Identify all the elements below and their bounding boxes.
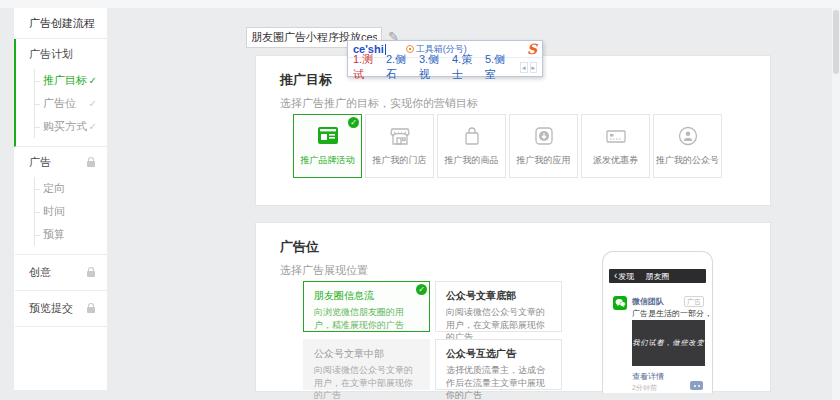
sidebar-group-ad-head[interactable]: 广告 xyxy=(16,155,107,170)
selected-check-icon: ✓ xyxy=(348,117,359,128)
goal-card-coupon[interactable]: 派发优惠券 xyxy=(581,114,650,178)
sidebar-item-targeting[interactable]: 定向 xyxy=(35,177,107,200)
storefront-icon xyxy=(388,125,412,147)
official-account-icon xyxy=(676,125,700,147)
goal-section-subtitle: 选择广告推广的目标，实现你的营销目标 xyxy=(280,96,770,111)
ime-candidate-4[interactable]: 4.策士 xyxy=(452,52,478,82)
check-icon: ✓ xyxy=(89,121,97,132)
ad-badge: 广告 xyxy=(684,296,704,307)
comment-menu-icon xyxy=(690,381,703,390)
brand-campaign-icon xyxy=(316,125,340,147)
sogou-logo-icon: S xyxy=(527,42,537,56)
ime-candidate-5[interactable]: 5.侧室 xyxy=(485,52,511,82)
lock-icon xyxy=(87,307,95,313)
placement-card-article-bottom[interactable]: 公众号文章底部 向阅读微信公众号文章的用户，在文章底部展现你的广告 xyxy=(435,281,562,332)
sidebar-item-goal[interactable]: 推广目标 ✓ xyxy=(35,69,107,92)
check-icon: ✓ xyxy=(89,75,97,86)
sidebar-item-buy-method[interactable]: 购买方式 ✓ xyxy=(35,115,107,138)
ime-popup: ce'shi 工具箱(分号) S 1.测试 2.侧石 3.侧视 4.策士 5.侧… xyxy=(347,40,543,77)
post-text: 广告是生活的一部分， xyxy=(632,308,712,319)
goal-card-product[interactable]: 推广我的商品 xyxy=(437,114,506,178)
ad-creation-page: 广告创建流程 广告计划 推广目标 ✓ 广告位 ✓ 购买方式 ✓ xyxy=(0,0,840,400)
phone-nav-bar: ‹ 发现 朋友圈 xyxy=(609,269,706,283)
sidebar-group-submit: 预览提交 xyxy=(14,291,107,327)
check-icon: ✓ xyxy=(89,98,97,109)
lock-icon xyxy=(87,271,95,277)
account-name: 微信团队 xyxy=(632,296,664,307)
ime-candidate-1[interactable]: 1.测试 xyxy=(353,52,379,82)
scrollbar-track xyxy=(832,8,840,400)
wechat-team-avatar xyxy=(613,296,627,310)
goal-panel: 推广目标 选择广告推广的目标，实现你的营销目标 ✓ 推广品牌活动 推广我的门店 xyxy=(255,55,771,206)
scrollbar-thumb[interactable] xyxy=(833,10,839,74)
ad-image: 我们试着，做些改变 xyxy=(632,320,705,366)
ad-image-caption: 我们试着，做些改变 xyxy=(633,338,705,348)
sidebar-item-schedule[interactable]: 时间 xyxy=(35,200,107,223)
candidate-next-icon[interactable]: ▸ xyxy=(530,62,538,73)
sidebar-item-budget[interactable]: 预算 xyxy=(35,223,107,246)
placement-card-moments-feed[interactable]: ✓ 朋友圈信息流 向浏览微信朋友圈的用户，精准展现你的广告 xyxy=(303,281,430,332)
wizard-sidebar: 广告创建流程 广告计划 推广目标 ✓ 广告位 ✓ 购买方式 ✓ xyxy=(14,8,107,390)
selected-check-icon: ✓ xyxy=(416,284,427,295)
placement-card-mutual-select[interactable]: 公众号互选广告 选择优质流量主，达成合作后在流量主文章中展现你的广告 xyxy=(435,339,562,390)
sidebar-item-placement[interactable]: 广告位 ✓ xyxy=(35,92,107,115)
sidebar-group-submit-head[interactable]: 预览提交 xyxy=(16,301,107,316)
toolbox-icon xyxy=(406,45,414,53)
candidate-prev-icon[interactable]: ◂ xyxy=(520,62,528,73)
shopping-bag-icon xyxy=(460,125,484,147)
top-strip xyxy=(0,0,840,8)
sidebar-group-creative-head[interactable]: 创意 xyxy=(16,265,107,280)
goal-card-app[interactable]: 推广我的应用 xyxy=(509,114,578,178)
goal-card-brand-campaign[interactable]: ✓ 推广品牌活动 xyxy=(293,114,362,178)
goal-card-official-account[interactable]: 推广我的公众号 xyxy=(653,114,722,178)
sidebar-title: 广告创建流程 xyxy=(14,8,107,39)
phone-preview: ‹ 发现 朋友圈 微信团队 广告 广告是生活的一部分， 我们试着，做些改变 查看… xyxy=(602,251,713,393)
placement-card-article-middle[interactable]: 公众号文章中部 向阅读微信公众号文章的用户，在文章中部展现你的广告 xyxy=(303,339,430,390)
ime-candidate-3[interactable]: 3.侧视 xyxy=(419,52,445,82)
detail-link: 查看详情 xyxy=(632,371,664,382)
ime-candidate-2[interactable]: 2.侧石 xyxy=(386,52,412,82)
coupon-icon xyxy=(604,125,628,147)
sidebar-group-plan: 广告计划 推广目标 ✓ 广告位 ✓ 购买方式 ✓ xyxy=(14,39,107,147)
sidebar-group-plan-head[interactable]: 广告计划 xyxy=(16,47,107,62)
app-download-icon xyxy=(532,125,556,147)
placement-panel: 广告位 选择广告展现位置 ✓ 朋友圈信息流 向浏览微信朋友圈的用户，精准展现你的… xyxy=(255,222,771,392)
sidebar-group-creative: 创意 xyxy=(14,255,107,291)
timestamp: 2分钟前 xyxy=(632,383,657,393)
sidebar-group-label: 广告计划 xyxy=(29,47,73,62)
goal-card-store[interactable]: 推广我的门店 xyxy=(365,114,434,178)
lock-icon xyxy=(87,161,95,167)
phone-nav-title: 朋友圈 xyxy=(609,271,706,282)
sidebar-group-ad: 广告 定向 时间 预算 xyxy=(14,147,107,255)
